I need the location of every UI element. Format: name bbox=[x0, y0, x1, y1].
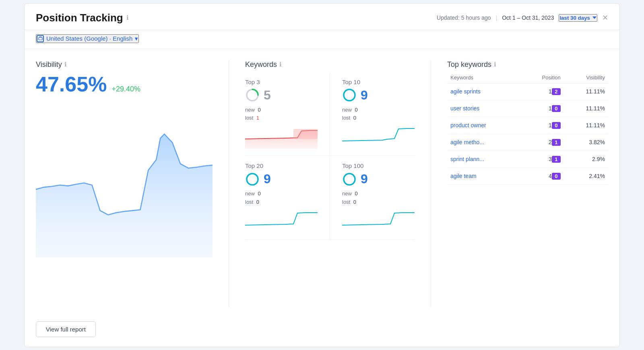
visibility-cell: 11.11% bbox=[564, 117, 608, 134]
device-icon bbox=[37, 35, 44, 42]
kg-top20-title: Top 20 bbox=[245, 162, 318, 169]
keyword-cell: agile team bbox=[447, 168, 520, 184]
keywords-section: Keywords ℹ Top 3 5 new 0 bbox=[229, 60, 431, 307]
keyword-link[interactable]: product owner bbox=[450, 122, 486, 128]
kg-top20-count: 9 bbox=[264, 172, 271, 186]
top-keywords-table: Keywords Position Visibility agile sprin… bbox=[447, 72, 608, 185]
widget-footer: View full report bbox=[25, 315, 619, 347]
keyword-group-top100: Top 100 9 new 0 lost 0 bbox=[330, 156, 415, 240]
position-cell: 21 bbox=[520, 134, 564, 151]
keyword-cell: user stories bbox=[447, 100, 520, 117]
kg-top100-count-row: 9 bbox=[342, 172, 415, 186]
visibility-label: Visibility ℹ bbox=[36, 60, 213, 69]
visibility-change: +29.40% bbox=[111, 85, 140, 93]
title-info-icon[interactable]: ℹ bbox=[126, 14, 129, 21]
visibility-section: Visibility ℹ 47.65% +29.40% bbox=[36, 60, 229, 307]
keyword-link[interactable]: agile sprints bbox=[450, 88, 481, 95]
kg-top10-circle-icon bbox=[342, 88, 357, 102]
top-keywords-label: Top keywords ℹ bbox=[447, 60, 608, 69]
kg-top3-count-row: 5 bbox=[245, 88, 318, 103]
keywords-grid: Top 3 5 new 0 lost 1 bbox=[245, 72, 415, 240]
table-row: agile metho...213.82% bbox=[447, 134, 608, 151]
kg-top10-new-lost: new 0 lost 0 bbox=[342, 106, 415, 123]
updated-text: Updated: 5 hours ago bbox=[437, 14, 491, 21]
keyword-link[interactable]: agile metho... bbox=[450, 139, 484, 145]
table-row: user stories1011.11% bbox=[447, 100, 608, 117]
location-chevron: ▾ bbox=[135, 35, 138, 42]
keyword-link[interactable]: sprint plann... bbox=[450, 156, 484, 162]
kg-top3-count: 5 bbox=[264, 88, 271, 103]
kg-top3-circle-icon bbox=[245, 88, 260, 102]
kg-top100-mini-chart bbox=[342, 209, 415, 233]
visibility-cell: 11.11% bbox=[564, 100, 608, 117]
kg-top10-title: Top 10 bbox=[342, 79, 415, 85]
top-keywords-info-icon[interactable]: ℹ bbox=[494, 61, 496, 68]
svg-rect-5 bbox=[293, 129, 318, 139]
svg-point-8 bbox=[344, 174, 355, 185]
kg-top3-title: Top 3 bbox=[245, 79, 318, 85]
date-range: Oct 1 – Oct 31, 2023 bbox=[502, 14, 554, 21]
visibility-cell: 3.82% bbox=[564, 134, 608, 151]
position-cell: 10 bbox=[520, 117, 564, 134]
widget-title: Position Tracking bbox=[36, 12, 123, 24]
kg-top3-mini-chart bbox=[245, 125, 318, 149]
title-row: Position Tracking ℹ bbox=[36, 12, 129, 24]
visibility-chart-area bbox=[36, 104, 213, 257]
position-cell: 40 bbox=[520, 168, 564, 184]
keyword-cell: agile metho... bbox=[447, 134, 520, 151]
header-divider: | bbox=[496, 14, 497, 21]
close-button[interactable]: ✕ bbox=[602, 13, 608, 22]
header-right: Updated: 5 hours ago | Oct 1 – Oct 31, 2… bbox=[437, 13, 608, 22]
col-visibility: Visibility bbox=[564, 72, 608, 83]
visibility-cell: 11.11% bbox=[564, 83, 608, 100]
kg-top100-count: 9 bbox=[361, 172, 368, 186]
keywords-label: Keywords ℹ bbox=[245, 60, 415, 69]
chevron-down-icon bbox=[592, 17, 597, 19]
keyword-link[interactable]: user stories bbox=[450, 105, 479, 112]
kg-top10-count: 9 bbox=[361, 88, 368, 103]
location-button[interactable]: United States (Google) · English ▾ bbox=[36, 34, 139, 43]
location-label: United States (Google) · English bbox=[46, 35, 132, 42]
table-row: product owner1011.11% bbox=[447, 117, 608, 134]
widget-header: Position Tracking ℹ Updated: 5 hours ago… bbox=[25, 4, 619, 30]
keywords-info-icon[interactable]: ℹ bbox=[279, 61, 282, 68]
keyword-group-top20: Top 20 9 new 0 lost 0 bbox=[245, 156, 330, 240]
kg-top10-mini-chart bbox=[342, 125, 415, 149]
visibility-chart-svg bbox=[36, 104, 213, 257]
widget-body: Visibility ℹ 47.65% +29.40% bbox=[25, 49, 619, 315]
visibility-value-row: 47.65% +29.40% bbox=[36, 72, 213, 96]
table-row: sprint plann...312.9% bbox=[447, 151, 608, 168]
kg-top100-new-lost: new 0 lost 0 bbox=[342, 190, 415, 207]
kg-top20-new-lost: new 0 lost 0 bbox=[245, 190, 318, 207]
keyword-link[interactable]: agile team bbox=[450, 173, 477, 179]
keyword-group-top3: Top 3 5 new 0 lost 1 bbox=[245, 72, 330, 156]
top-keywords-section: Top keywords ℹ Keywords Position Visibil… bbox=[431, 60, 608, 307]
svg-point-6 bbox=[344, 89, 355, 101]
kg-top100-title: Top 100 bbox=[342, 162, 415, 169]
kg-top10-count-row: 9 bbox=[342, 88, 415, 103]
visibility-percentage: 47.65% bbox=[36, 72, 107, 96]
view-full-report-button[interactable]: View full report bbox=[36, 321, 96, 337]
widget-subheader: United States (Google) · English ▾ bbox=[25, 30, 619, 49]
table-row: agile team402.41% bbox=[447, 168, 608, 184]
table-row: agile sprints1211.11% bbox=[447, 83, 608, 100]
position-cell: 12 bbox=[520, 83, 564, 100]
svg-rect-0 bbox=[39, 37, 42, 40]
kg-top3-new-lost: new 0 lost 1 bbox=[245, 106, 318, 123]
kg-top20-mini-chart bbox=[245, 209, 318, 233]
visibility-info-icon[interactable]: ℹ bbox=[64, 61, 67, 68]
position-cell: 31 bbox=[520, 151, 564, 168]
svg-point-7 bbox=[247, 174, 258, 185]
visibility-cell: 2.9% bbox=[564, 151, 608, 168]
last-days-button[interactable]: last 30 days bbox=[559, 14, 597, 22]
position-cell: 10 bbox=[520, 100, 564, 117]
keyword-cell: sprint plann... bbox=[447, 151, 520, 168]
keyword-cell: product owner bbox=[447, 117, 520, 134]
visibility-cell: 2.41% bbox=[564, 168, 608, 184]
kg-top100-circle-icon bbox=[342, 172, 357, 186]
col-keywords: Keywords bbox=[447, 72, 520, 83]
keyword-group-top10: Top 10 9 new 0 lost 0 bbox=[330, 72, 415, 156]
kg-top20-count-row: 9 bbox=[245, 172, 318, 186]
kg-top20-circle-icon bbox=[245, 172, 260, 186]
keyword-cell: agile sprints bbox=[447, 83, 520, 100]
